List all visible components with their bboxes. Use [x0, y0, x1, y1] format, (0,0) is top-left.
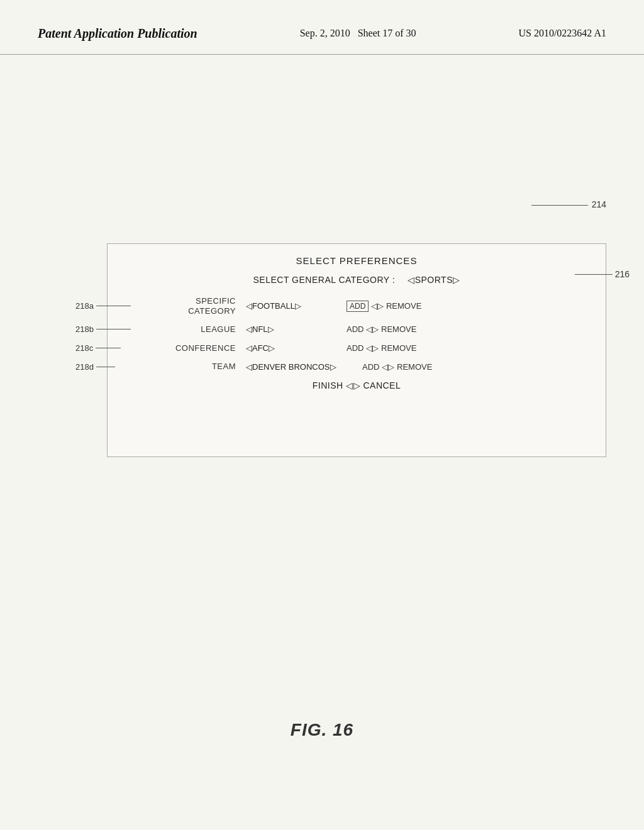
add-box-218a[interactable]: ADD: [347, 301, 369, 312]
ref-218c: 218c: [75, 343, 93, 353]
actions-218b: ADD ◁▷ REMOVE: [347, 324, 416, 334]
ref-216-label: 216: [615, 269, 630, 279]
ref-218d: 218d: [75, 362, 94, 372]
general-category-row: SELECT GENERAL CATEGORY : ◁SPORTS▷: [123, 275, 591, 285]
page-header: Patent Application Publication Sep. 2, 2…: [0, 0, 644, 55]
finish-cancel-row[interactable]: FINISH ◁▷ CANCEL: [123, 380, 591, 390]
sheet-info: Sheet 17 of 30: [358, 28, 416, 38]
general-category-label: SELECT GENERAL CATEGORY :: [253, 275, 396, 285]
actions-text-218b[interactable]: ◁▷ REMOVE: [366, 324, 416, 334]
actions-218a: ADD ◁▷ REMOVE: [347, 301, 421, 312]
header-center: Sep. 2, 2010 Sheet 17 of 30: [300, 25, 416, 39]
label-conference: CONFERENCE: [173, 343, 236, 353]
value-nfl[interactable]: ◁NFL▷: [246, 324, 347, 334]
actions-text-218c[interactable]: ◁▷ REMOVE: [366, 343, 416, 353]
main-content: 214 216 SELECT PREFERENCES SELECT GENERA…: [0, 55, 644, 816]
actions-218c: ADD ◁▷ REMOVE: [347, 343, 416, 353]
value-football[interactable]: ◁FOOTBALL▷: [246, 301, 347, 311]
actions-text-218a[interactable]: ◁▷ REMOVE: [371, 301, 421, 311]
label-team: TEAM: [173, 362, 236, 372]
pref-row-218d: 218d TEAM ◁DENVER BRONCOS▷ ADD ◁▷ REMOVE: [173, 362, 591, 372]
ref-218a: 218a: [75, 301, 94, 311]
patent-number: US 2010/0223642 A1: [518, 25, 606, 39]
label-specific-category: SPECIFIC CATEGORY: [173, 296, 236, 316]
pref-rows: 218a SPECIFIC CATEGORY ◁FOOTBALL▷ ADD ◁▷…: [173, 296, 591, 372]
dialog-title: SELECT PREFERENCES: [123, 255, 591, 266]
ref-218b: 218b: [75, 324, 94, 334]
value-broncos[interactable]: ◁DENVER BRONCOS▷: [246, 362, 362, 372]
ref-214-label: 214: [592, 199, 606, 209]
pref-row-218c: 218c CONFERENCE ◁AFC▷ ADD ◁▷ REMOVE: [173, 343, 591, 353]
general-category-value[interactable]: ◁SPORTS▷: [408, 275, 460, 285]
add-text-218b[interactable]: ADD: [347, 324, 364, 334]
pref-row-218a: 218a SPECIFIC CATEGORY ◁FOOTBALL▷ ADD ◁▷…: [173, 296, 591, 316]
publication-date: Sep. 2, 2010: [300, 28, 350, 38]
dialog-box: 216 SELECT PREFERENCES SELECT GENERAL CA…: [107, 243, 606, 457]
actions-218d: ADD ◁▷ REMOVE: [362, 362, 432, 372]
publication-title: Patent Application Publication: [38, 25, 197, 42]
diagram-container: 214 216 SELECT PREFERENCES SELECT GENERA…: [107, 199, 606, 457]
value-afc[interactable]: ◁AFC▷: [246, 343, 347, 353]
label-league: LEAGUE: [173, 324, 236, 335]
add-text-218c[interactable]: ADD: [347, 343, 364, 353]
add-text-218d[interactable]: ADD: [362, 362, 379, 372]
pref-row-218b: 218b LEAGUE ◁NFL▷ ADD ◁▷ REMOVE: [173, 324, 591, 335]
actions-text-218d[interactable]: ◁▷ REMOVE: [382, 362, 432, 372]
figure-caption: FIG. 16: [291, 720, 353, 740]
